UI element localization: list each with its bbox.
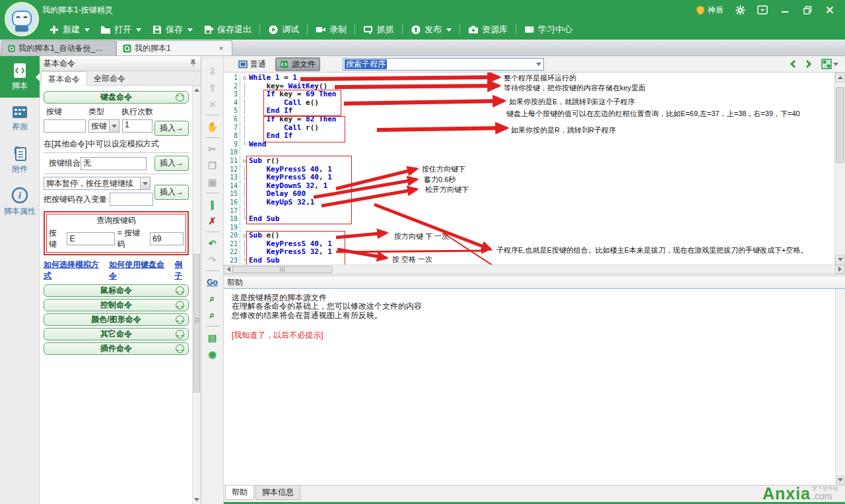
fold-marker[interactable]: ⊟ <box>240 74 249 82</box>
panel-tab-basic[interactable]: 基本命令 <box>41 71 87 86</box>
restore-button[interactable] <box>801 4 813 16</box>
section-1[interactable]: 控制命令⌃⌃ <box>44 299 189 311</box>
link-choose-simulation[interactable]: 如何选择模拟方式 <box>44 259 101 282</box>
nav-forward-icon[interactable] <box>805 59 812 69</box>
menu-dropdown-icon[interactable] <box>757 4 768 16</box>
tab-close-icon[interactable]: × <box>217 44 226 52</box>
repeat-count-input[interactable]: 1 <box>122 119 152 133</box>
insert-wait-button[interactable]: 插入→ <box>154 185 189 200</box>
fold-marker[interactable]: │ <box>240 124 249 133</box>
section-keyboard-commands[interactable]: 键盘命令 ⌃⌃ <box>44 91 189 104</box>
find-next-icon[interactable]: ⌕ <box>201 307 223 323</box>
redo-icon[interactable]: ↷ <box>201 251 223 268</box>
expand-icon[interactable]: ⌃⌃ <box>176 315 184 324</box>
fold-marker[interactable]: └ <box>240 141 249 149</box>
cut-icon[interactable]: ✂ <box>201 141 223 157</box>
minimize-button[interactable] <box>779 4 791 16</box>
combo-input[interactable]: 无 <box>81 157 147 170</box>
drag-hand-icon[interactable]: ✋ <box>201 118 223 135</box>
query-code-output[interactable]: 69 <box>150 232 184 245</box>
collapse-icon[interactable]: ⌃⌃ <box>176 93 184 102</box>
panel-tab-all[interactable]: 全部命令 <box>87 71 132 85</box>
scroll-down-icon[interactable] <box>835 255 845 265</box>
fold-marker[interactable]: │ <box>240 82 249 91</box>
fold-marker[interactable]: │ <box>240 99 249 108</box>
delete-line-icon[interactable]: ✕ <box>201 96 223 112</box>
script-info-icon[interactable]: ▤ <box>201 329 223 346</box>
pin-icon[interactable] <box>189 59 197 69</box>
expand-icon[interactable]: ⌃⌃ <box>176 344 184 353</box>
sidebar-item-interface[interactable]: 界面 <box>0 98 40 139</box>
uncomment-icon[interactable]: ✗ <box>201 212 223 229</box>
toolbar-button-new[interactable]: 新建 <box>44 21 95 38</box>
toolbar-button-record[interactable]: 录制 <box>310 21 352 38</box>
toolbar-button-resource[interactable]: 资源库 <box>463 21 513 38</box>
link-use-keyboard[interactable]: 如何使用键盘命令 <box>109 259 166 282</box>
help-dismiss-link[interactable]: [我知道了，以后不必提示] <box>232 331 832 340</box>
store-variable-input[interactable] <box>110 193 153 206</box>
chevron-down-icon[interactable] <box>534 63 543 66</box>
layout-grid-button[interactable] <box>821 59 838 69</box>
sidebar-item-script[interactable]: 脚本 <box>0 56 40 98</box>
toolbar-button-capture[interactable]: 抓抓 <box>358 21 399 38</box>
key-type-select[interactable]: 按键 <box>88 119 119 133</box>
paste-icon[interactable]: ▣ <box>201 173 223 190</box>
toolbar-button-debug[interactable]: 调试 <box>263 21 304 38</box>
fold-marker[interactable]: │ <box>240 115 249 124</box>
find-icon[interactable]: ⌕ <box>201 290 223 307</box>
scroll-up-icon[interactable] <box>835 73 845 82</box>
sidebar-item-attachment[interactable]: 附件 <box>0 139 40 181</box>
fold-marker[interactable]: │ <box>240 107 249 115</box>
sidebar-item-properties[interactable]: i 脚本属性 <box>0 181 40 222</box>
code-horizontal-scrollbar[interactable] <box>224 265 845 274</box>
fold-marker[interactable]: │ <box>240 90 249 99</box>
scrollbar-thumb[interactable] <box>232 266 333 273</box>
undo-icon[interactable]: ↶ <box>201 235 223 251</box>
close-button[interactable] <box>824 4 836 16</box>
move-up-icon[interactable]: ⇧ <box>201 79 223 96</box>
doc-tab-backup[interactable]: 我的脚本1_自动备份_自动备... <box>1 40 116 55</box>
scroll-down-icon[interactable] <box>836 476 844 484</box>
bottom-tab-help[interactable]: 帮助 <box>225 486 254 500</box>
scroll-right-icon[interactable] <box>835 265 845 274</box>
toolbar-button-learn[interactable]: 学习中心 <box>519 21 578 38</box>
view-source-button[interactable]: 源文件 <box>275 57 320 71</box>
fold-marker[interactable]: │ <box>240 132 249 141</box>
scrollbar-thumb[interactable] <box>193 254 200 393</box>
shield-button[interactable]: 神盾 <box>696 5 724 16</box>
expand-icon[interactable]: ⌃⌃ <box>176 330 184 338</box>
scroll-up-icon[interactable] <box>194 88 199 92</box>
section-3[interactable]: 其它命令⌃⌃ <box>44 328 189 340</box>
view-normal-button[interactable]: 普通 <box>234 57 270 71</box>
toolbar-button-open[interactable]: 打开 <box>95 21 147 38</box>
toolbar-button-save[interactable]: 保存 <box>147 21 198 38</box>
pause-mode-select[interactable]: 脚本暂停，按任意键继续 <box>44 177 151 190</box>
bottom-tab-script-info[interactable]: 脚本信息 <box>255 486 300 500</box>
toolbar-button-publish[interactable]: 发布 <box>405 21 457 38</box>
settings-gear-icon[interactable] <box>734 4 746 16</box>
move-down-icon[interactable]: ⇩ <box>201 63 223 79</box>
copy-icon[interactable]: ❐ <box>201 157 223 173</box>
comment-icon[interactable]: ∥ <box>201 196 223 212</box>
section-2[interactable]: 颜色/图形命令⌃⌃ <box>44 313 189 326</box>
nav-back-icon[interactable] <box>790 59 796 69</box>
section-0[interactable]: 鼠标命令⌃⌃ <box>44 284 189 297</box>
insert-combo-button[interactable]: 插入→ <box>154 156 189 171</box>
panel-scrollbar[interactable] <box>192 86 201 504</box>
subroutine-search-combo[interactable]: 搜索子程序 <box>343 58 544 71</box>
query-key-input[interactable]: E <box>67 232 114 245</box>
expand-icon[interactable]: ⌃⌃ <box>176 286 184 295</box>
code-editor[interactable]: 1⊟While 1 = 12│ key= WaitKey()3│ If key … <box>224 73 834 265</box>
goto-line-icon[interactable]: Go <box>201 274 223 290</box>
toolbar-button-save-exit[interactable]: 保存退出 <box>198 21 257 38</box>
doc-tab-current[interactable]: 我的脚本1 × <box>116 40 232 55</box>
key-input[interactable] <box>44 119 86 133</box>
link-example[interactable]: 例子 <box>174 259 189 282</box>
syntax-check-icon[interactable]: ◉ <box>201 346 223 362</box>
expand-icon[interactable]: ⌃⌃ <box>176 301 184 309</box>
section-4[interactable]: 插件命令⌃⌃ <box>44 342 189 355</box>
help-scrollbar[interactable] <box>835 289 845 486</box>
scroll-down-icon[interactable] <box>194 498 199 501</box>
code-vertical-scrollbar[interactable] <box>834 73 845 265</box>
scrollbar-thumb[interactable] <box>836 87 844 163</box>
